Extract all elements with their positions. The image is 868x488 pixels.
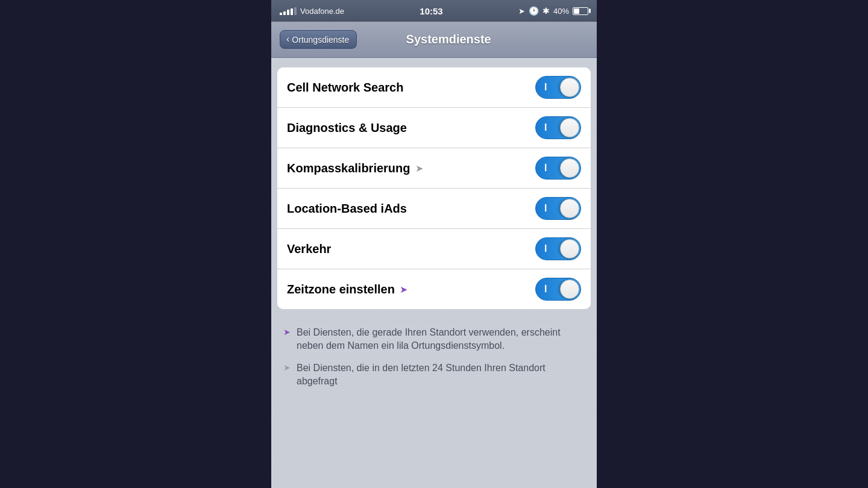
footer-location-purple-icon: ➤ bbox=[283, 327, 291, 337]
battery-indicator bbox=[573, 7, 588, 15]
phone-container: Vodafone.de 10:53 ➤ 🕐 ✱ 40% ‹ Ortungsdie… bbox=[271, 0, 597, 488]
status-right: ➤ 🕐 ✱ 40% bbox=[518, 6, 588, 16]
cell-network-toggle[interactable]: I bbox=[535, 76, 581, 99]
diagnostics-label: Diagnostics & Usage bbox=[287, 121, 407, 135]
bluetooth-icon: ✱ bbox=[542, 6, 550, 16]
signal-bars bbox=[280, 7, 297, 15]
toggle-on-label-2: I bbox=[544, 122, 547, 133]
battery-fill bbox=[574, 8, 579, 14]
settings-row-diagnostics: Diagnostics & Usage I bbox=[277, 108, 591, 148]
signal-bar-4 bbox=[291, 8, 293, 15]
row-left-diagnostics: Diagnostics & Usage bbox=[287, 121, 407, 135]
zeitzone-label: Zeitzone einstellen bbox=[287, 283, 395, 296]
nav-bar: ‹ Ortungsdienste Systemdienste bbox=[271, 22, 597, 58]
toggle-knob-4 bbox=[560, 199, 579, 218]
kompass-toggle[interactable]: I bbox=[535, 157, 581, 180]
toggle-on-label-4: I bbox=[544, 203, 547, 214]
battery-percent: 40% bbox=[553, 7, 569, 16]
content-area: Cell Network Search I Diagnostics & Usag… bbox=[271, 58, 597, 488]
verkehr-label: Verkehr bbox=[287, 242, 331, 256]
row-left-verkehr: Verkehr bbox=[287, 242, 331, 256]
row-left-kompass: Kompasskalibrierung ➤ bbox=[287, 161, 423, 175]
back-button[interactable]: ‹ Ortungsdienste bbox=[280, 30, 357, 49]
toggle-knob-5 bbox=[560, 239, 579, 258]
toggle-knob-1 bbox=[560, 78, 579, 97]
row-left-cell-network: Cell Network Search bbox=[287, 81, 403, 95]
kompass-label: Kompasskalibrierung bbox=[287, 161, 410, 175]
toggle-knob-2 bbox=[560, 118, 579, 137]
zeitzone-toggle[interactable]: I bbox=[535, 278, 581, 301]
footer-desc-gray: Bei Diensten, die in den letzten 24 Stun… bbox=[297, 361, 585, 389]
settings-row-verkehr: Verkehr I bbox=[277, 229, 591, 269]
footer-location-gray-icon: ➤ bbox=[283, 363, 291, 372]
toggle-on-label-1: I bbox=[544, 82, 547, 93]
clock-icon: 🕐 bbox=[529, 6, 539, 16]
toggle-knob-6 bbox=[560, 280, 579, 299]
location-arrow-icon: ➤ bbox=[518, 7, 525, 16]
signal-bar-2 bbox=[283, 11, 286, 15]
back-button-label: Ortungsdienste bbox=[292, 35, 349, 45]
location-arrow-purple-icon: ➤ bbox=[400, 284, 407, 295]
status-bar: Vodafone.de 10:53 ➤ 🕐 ✱ 40% bbox=[271, 0, 597, 22]
chevron-left-icon: ‹ bbox=[286, 34, 289, 45]
toggle-knob-3 bbox=[560, 158, 579, 178]
footer-desc-purple: Bei Diensten, die gerade Ihren Standort … bbox=[297, 326, 585, 353]
footer-item-purple: ➤ Bei Diensten, die gerade Ihren Standor… bbox=[283, 326, 585, 353]
footer-text: ➤ Bei Diensten, die gerade Ihren Standor… bbox=[277, 321, 591, 402]
toggle-on-label-6: I bbox=[544, 284, 547, 295]
signal-bar-5 bbox=[294, 7, 297, 15]
footer-item-gray: ➤ Bei Diensten, die in den letzten 24 St… bbox=[283, 361, 585, 389]
location-arrow-gray-icon: ➤ bbox=[415, 163, 423, 174]
status-time: 10:53 bbox=[420, 6, 442, 16]
carrier-name: Vodafone.de bbox=[300, 7, 344, 16]
verkehr-toggle[interactable]: I bbox=[535, 237, 581, 260]
diagnostics-toggle[interactable]: I bbox=[535, 116, 581, 139]
battery-icon bbox=[573, 7, 588, 15]
toggle-on-label-5: I bbox=[544, 243, 547, 254]
status-left: Vodafone.de bbox=[280, 7, 344, 16]
settings-row-kompass: Kompasskalibrierung ➤ I bbox=[277, 148, 591, 189]
row-left-zeitzone: Zeitzone einstellen ➤ bbox=[287, 283, 407, 296]
settings-row-cell-network: Cell Network Search I bbox=[277, 67, 591, 108]
settings-row-iads: Location-Based iAds I bbox=[277, 189, 591, 229]
cell-network-label: Cell Network Search bbox=[287, 81, 403, 95]
signal-bar-3 bbox=[287, 10, 289, 15]
signal-bar-1 bbox=[280, 13, 282, 15]
nav-title: Systemdienste bbox=[357, 33, 540, 46]
row-left-iads: Location-Based iAds bbox=[287, 202, 407, 216]
toggle-on-label-3: I bbox=[544, 163, 547, 174]
settings-list: Cell Network Search I Diagnostics & Usag… bbox=[277, 67, 591, 309]
settings-row-zeitzone: Zeitzone einstellen ➤ I bbox=[277, 269, 591, 309]
iads-label: Location-Based iAds bbox=[287, 202, 407, 216]
iads-toggle[interactable]: I bbox=[535, 197, 581, 220]
